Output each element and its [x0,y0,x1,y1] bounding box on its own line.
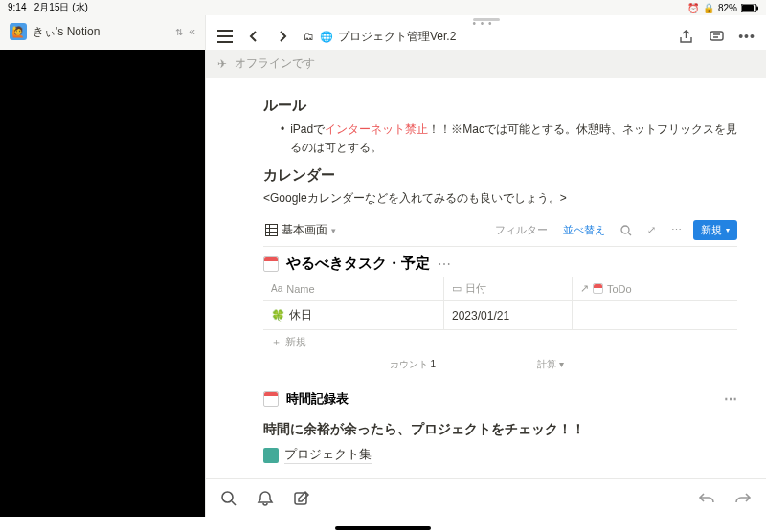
linked-more-icon[interactable]: ⋯ [724,391,737,407]
sidebar-content-redacted [0,50,205,517]
row-todo [572,301,737,329]
db-more-icon[interactable]: ⋯ [667,222,686,238]
svg-rect-3 [710,32,723,40]
forward-icon[interactable] [273,27,292,46]
db-title[interactable]: やるべきタスク・予定 ⋯ [263,255,737,273]
undo-icon[interactable] [697,489,716,508]
menu-icon[interactable] [215,27,235,46]
plus-icon: ＋ [271,335,282,349]
offline-text: オフラインです [235,55,315,72]
rules-heading: ルール [263,97,737,115]
topbar: 🗂 🌐 プロジェクト管理Ver.2 ••• [206,23,766,50]
page-link-label: プロジェクト集 [284,446,372,464]
db-tab-label: 基本画面 [282,222,327,238]
db-title-more-icon[interactable]: ⋯ [438,256,451,272]
status-time: 9:14 [8,2,26,12]
chevron-down-icon[interactable]: ▾ [559,359,564,369]
share-icon[interactable] [676,27,695,46]
calendar-heading: カレンダー [263,166,737,185]
calendar-hint: <Googleカレンダーなどを入れてみるのも良いでしょう。> [263,190,737,207]
project-page-link[interactable]: プロジェクト集 [263,444,737,466]
updown-icon: ⇅ [175,27,183,37]
status-bar: 9:14 2月15日 (水) ⏰ 🔒 82% [0,0,766,15]
col-name[interactable]: Aa Name [263,277,443,300]
svg-rect-4 [266,225,278,236]
table-icon [265,224,278,236]
alarm-icon: ⏰ [687,3,699,13]
svg-point-5 [621,226,629,233]
breadcrumb-parent-icon: 🗂 [302,30,315,43]
comments-icon[interactable] [707,27,726,46]
airplane-icon: ✈ [217,57,227,71]
avatar: 🙋 [10,23,27,40]
db-new-button[interactable]: 新規▾ [693,220,737,240]
rule-bullet: iPadでインターネット禁止！！※Macでは可能とする。休憩時、ネットフリックス… [263,121,737,157]
workspace-switcher[interactable]: 🙋 きぃ's Notion ⇅ « [0,15,205,48]
main-panel: • • • 🗂 🌐 プロジェクト管理Ver.2 ••• ✈ オフラインです ルー… [206,15,766,517]
calendar-small-icon: ▭ [452,282,462,295]
compose-icon[interactable] [292,489,311,508]
svg-point-6 [222,492,233,502]
db-filter[interactable]: フィルター [491,221,552,239]
linked-title: 時間記録表 [286,390,349,408]
db-search-icon[interactable] [617,223,636,238]
workspace-name: きぃ's Notion [33,24,169,40]
db-expand-icon[interactable]: ⤢ [643,222,660,238]
redo-icon[interactable] [733,489,753,508]
db-footer: カウント 1 計算 ▾ [263,354,737,375]
db-new-row[interactable]: ＋ 新規 [263,330,737,354]
more-icon[interactable]: ••• [737,27,756,46]
breadcrumb-page-icon: 🌐 [320,30,333,43]
status-left: 9:14 2月15日 (水) [8,1,88,14]
status-right: ⏰ 🔒 82% [687,3,758,13]
chevron-down-icon: ▾ [726,226,730,234]
row-date: 2023/01/21 [443,301,572,329]
battery-percent: 82% [718,3,737,13]
bottom-toolbar [206,478,766,517]
page-icon [263,448,279,463]
calendar-icon [263,391,279,407]
svg-rect-1 [742,5,754,11]
linked-db[interactable]: 時間記録表 ⋯ [263,390,737,408]
home-indicator [335,526,431,530]
breadcrumb-title: プロジェクト管理Ver.2 [338,29,456,45]
clover-icon: 🍀 [271,309,285,322]
db-header-row: Aa Name ▭ 日付 ↗ ToDo [263,277,737,301]
col-date[interactable]: ▭ 日付 [443,277,572,300]
calendar-icon [593,283,603,294]
svg-rect-2 [756,6,758,10]
offline-banner: ✈ オフラインです [206,50,766,78]
db-view-tabs: 基本画面 ▾ フィルター 並べ替え ⤢ ⋯ 新規▾ [263,214,737,247]
table-row[interactable]: 🍀 休日 2023/01/21 [263,301,737,330]
drag-handle: • • • [206,15,766,23]
collapse-sidebar-icon[interactable]: « [189,25,195,38]
cta-heading: 時間に余裕が余ったら、プロジェクトをチェック！！ [263,421,737,438]
breadcrumb[interactable]: 🗂 🌐 プロジェクト管理Ver.2 [302,29,666,45]
sidebar: 🙋 きぃ's Notion ⇅ « [0,15,206,517]
row-name: 休日 [289,307,312,323]
back-icon[interactable] [244,27,263,46]
db-tab-basic[interactable]: 基本画面 ▾ [263,218,338,242]
relation-icon: ↗ [580,282,589,295]
col-todo[interactable]: ↗ ToDo [572,277,737,300]
calendar-icon [263,256,279,272]
inbox-icon[interactable] [256,489,275,508]
page-content: ルール iPadでインターネット禁止！！※Macでは可能とする。休憩時、ネットフ… [206,78,766,478]
db-sort[interactable]: 並べ替え [559,221,609,239]
chevron-down-icon: ▾ [331,226,336,235]
lock-icon: 🔒 [703,3,714,13]
battery-icon [741,4,758,12]
status-date: 2月15日 (水) [34,2,88,12]
search-icon[interactable] [219,489,238,508]
